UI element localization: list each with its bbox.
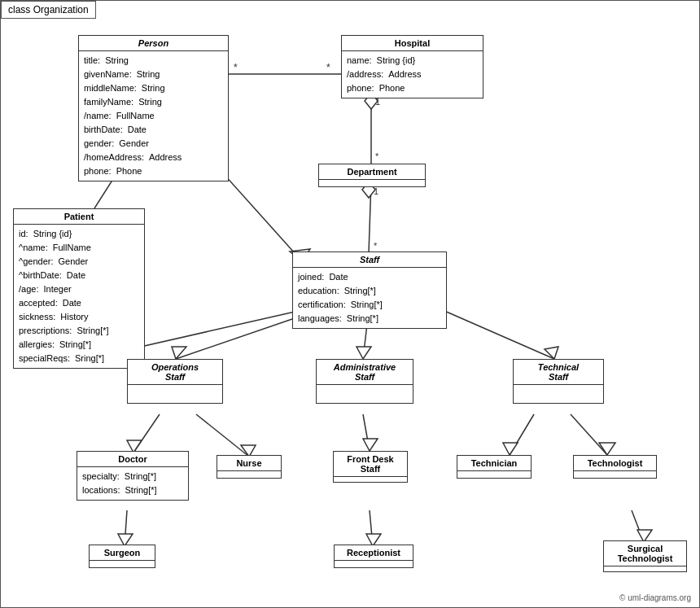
hospital-title: Hospital <box>342 36 483 51</box>
surgical-technologist-title: SurgicalTechnologist <box>604 541 686 566</box>
svg-marker-18 <box>172 347 186 359</box>
svg-marker-22 <box>545 347 558 359</box>
svg-line-15 <box>123 310 302 351</box>
technical-staff-title: TechnicalStaff <box>514 360 603 385</box>
svg-text:*: * <box>326 62 330 73</box>
receptionist-title: Receptionist <box>335 545 413 561</box>
svg-line-23 <box>133 414 160 453</box>
surgeon-title: Surgeon <box>90 545 155 561</box>
operations-staff-title: OperationsStaff <box>128 360 222 385</box>
copyright: © uml-diagrams.org <box>619 593 691 602</box>
doctor-body: specialty:String[*] locations:String[*] <box>77 467 188 500</box>
surgeon-box: Surgeon <box>89 545 155 568</box>
nurse-title: Nurse <box>217 456 281 471</box>
svg-marker-20 <box>357 347 371 359</box>
department-title: Department <box>319 164 425 180</box>
svg-line-7 <box>369 182 371 253</box>
staff-title: Staff <box>293 252 446 268</box>
doctor-box: Doctor specialty:String[*] locations:Str… <box>77 451 189 501</box>
svg-line-27 <box>363 414 370 451</box>
nurse-box: Nurse <box>217 455 282 479</box>
department-body <box>319 180 425 186</box>
person-title: Person <box>79 36 228 51</box>
technologist-box: Technologist <box>573 455 657 479</box>
svg-marker-28 <box>363 439 378 451</box>
svg-line-33 <box>125 510 127 546</box>
front-desk-box: Front DeskStaff <box>333 451 408 483</box>
staff-box: Staff joined:Date education:String[*] ce… <box>292 252 447 329</box>
front-desk-title: Front DeskStaff <box>334 452 407 477</box>
patient-title: Patient <box>14 209 144 225</box>
patient-body: id:String {id} ^name:FullName ^gender:Ge… <box>14 225 144 368</box>
technician-title: Technician <box>457 456 531 471</box>
surgical-technologist-box: SurgicalTechnologist <box>603 540 687 572</box>
svg-line-35 <box>370 510 373 546</box>
diagram-container: class Organization * * 1 * 1 * * <box>0 0 700 608</box>
department-box: Department <box>318 164 426 187</box>
svg-text:*: * <box>374 241 378 251</box>
svg-marker-32 <box>599 443 615 455</box>
hospital-body: name:String {id} /address:Address phone:… <box>342 51 483 98</box>
doctor-title: Doctor <box>77 452 188 467</box>
staff-body: joined:Date education:String[*] certific… <box>293 268 446 328</box>
hospital-box: Hospital name:String {id} /address:Addre… <box>341 35 483 98</box>
technical-staff-box: TechnicalStaff <box>513 359 604 404</box>
svg-line-25 <box>196 414 249 457</box>
svg-line-31 <box>571 414 607 455</box>
patient-box: Patient id:String {id} ^name:FullName ^g… <box>13 208 145 369</box>
person-body: title:String givenName:String middleName… <box>79 51 228 181</box>
receptionist-box: Receptionist <box>334 545 413 568</box>
svg-text:*: * <box>375 151 379 161</box>
admin-staff-title: AdministrativeStaff <box>317 360 413 385</box>
svg-text:1: 1 <box>374 186 378 196</box>
svg-text:*: * <box>234 62 238 73</box>
operations-staff-box: OperationsStaff <box>127 359 223 404</box>
person-box: Person title:String givenName:String mid… <box>78 35 229 182</box>
svg-line-29 <box>510 414 534 455</box>
svg-marker-30 <box>503 443 518 455</box>
technician-box: Technician <box>457 455 532 479</box>
svg-line-37 <box>632 510 644 542</box>
admin-staff-box: AdministrativeStaff <box>316 359 413 404</box>
diagram-title: class Organization <box>1 1 96 19</box>
technologist-title: Technologist <box>574 456 656 471</box>
